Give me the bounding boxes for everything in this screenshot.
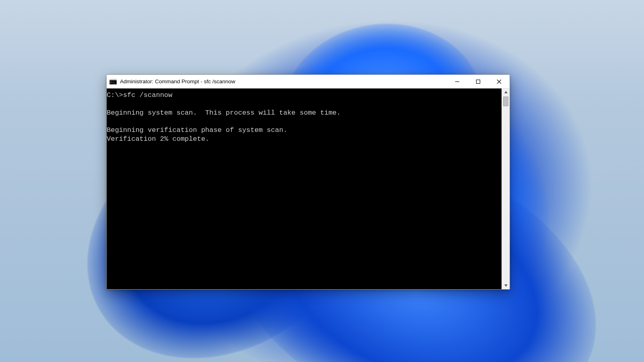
terminal-line: C:\>sfc /scannow	[107, 91, 172, 99]
maximize-button[interactable]	[468, 75, 489, 88]
svg-marker-7	[504, 91, 508, 93]
scroll-thumb[interactable]	[503, 97, 508, 106]
close-button[interactable]	[489, 75, 510, 88]
scroll-down-button[interactable]	[502, 282, 510, 289]
client-area: C:\>sfc /scannow Beginning system scan. …	[107, 88, 510, 289]
svg-rect-4	[477, 80, 480, 83]
command-text: sfc /scannow	[123, 91, 172, 99]
window-title: Administrator: Command Prompt - sfc /sca…	[120, 78, 447, 84]
close-icon	[497, 79, 502, 84]
svg-rect-1	[109, 79, 117, 80]
window-controls	[447, 75, 510, 88]
terminal-line: Beginning system scan. This process will…	[107, 109, 341, 117]
chevron-up-icon	[504, 90, 508, 94]
terminal-output[interactable]: C:\>sfc /scannow Beginning system scan. …	[107, 88, 502, 289]
terminal-line: Verification 2% complete.	[107, 135, 209, 143]
prompt: C:\>	[107, 91, 123, 99]
vertical-scrollbar[interactable]	[502, 88, 510, 289]
svg-text:C:\: C:\	[110, 81, 115, 84]
minimize-icon	[455, 79, 460, 84]
scroll-up-button[interactable]	[502, 88, 510, 96]
maximize-icon	[476, 79, 481, 84]
titlebar[interactable]: C:\ Administrator: Command Prompt - sfc …	[107, 75, 510, 88]
chevron-down-icon	[504, 284, 508, 288]
command-prompt-window[interactable]: C:\ Administrator: Command Prompt - sfc …	[106, 74, 510, 290]
svg-marker-8	[504, 284, 508, 287]
terminal-line: Beginning verification phase of system s…	[107, 126, 287, 134]
minimize-button[interactable]	[447, 75, 468, 88]
scroll-track[interactable]	[502, 96, 510, 282]
cmd-icon: C:\	[109, 78, 117, 85]
